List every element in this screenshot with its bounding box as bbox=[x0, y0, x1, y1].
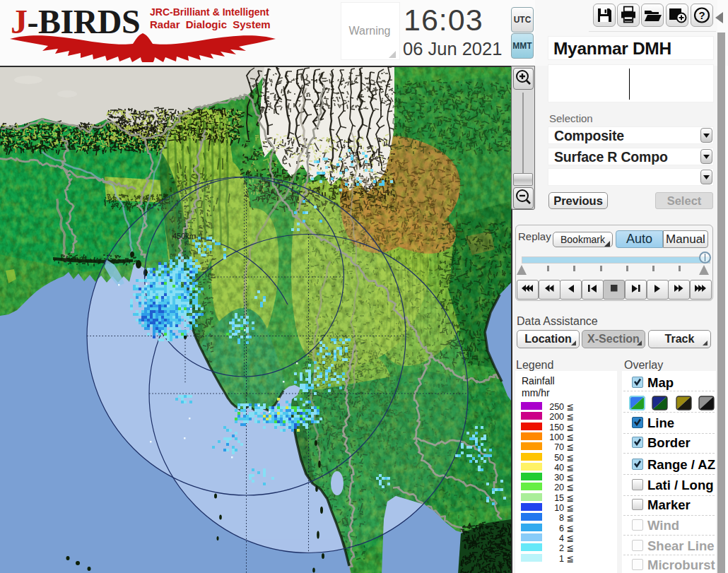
svg-text:450km: 450km bbox=[172, 232, 196, 240]
svg-text:?: ? bbox=[698, 9, 705, 21]
